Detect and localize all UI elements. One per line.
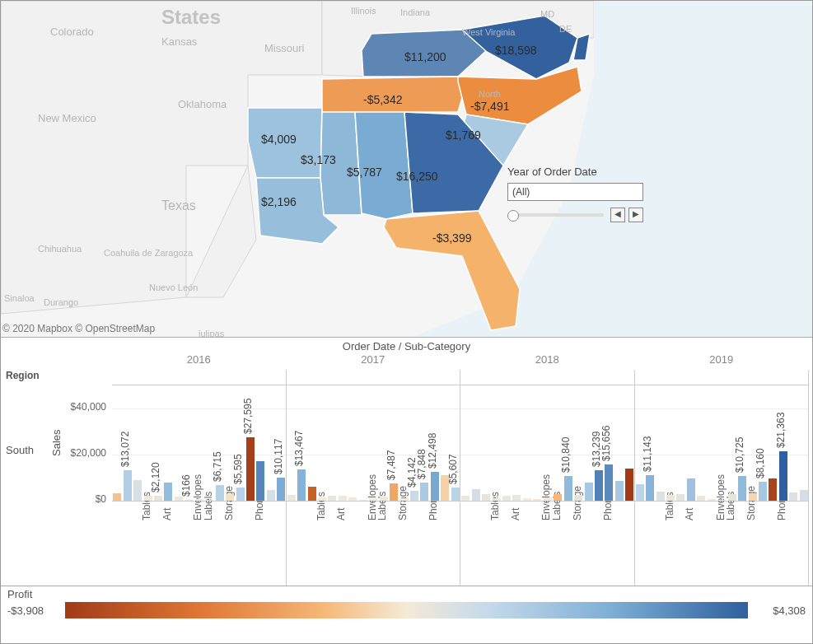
bg-state-label: DE bbox=[559, 24, 572, 34]
state-value-label: $1,769 bbox=[446, 128, 481, 142]
year-group-2016: 2016 bbox=[112, 370, 287, 586]
slider-knob[interactable] bbox=[507, 210, 519, 222]
year-group-2018: 2018 bbox=[460, 370, 635, 586]
state-value-label: -$3,399 bbox=[432, 231, 471, 245]
plot-area: $13,072Tables$2,120Art$166EnvelopesLabel… bbox=[112, 370, 809, 586]
bg-state-label: Nuevo León bbox=[149, 282, 198, 292]
year-filter-title: Year of Order Date bbox=[507, 166, 643, 178]
state-value-label: -$5,342 bbox=[363, 93, 402, 106]
year-label: 2019 bbox=[635, 353, 809, 366]
bg-state-label: Oklahoma bbox=[178, 98, 227, 110]
bg-state-label: Sinaloa bbox=[4, 293, 35, 303]
slider-track[interactable] bbox=[507, 213, 604, 217]
bg-state-label: Kansas bbox=[161, 35, 197, 48]
y-tick: $20,000 bbox=[65, 447, 106, 459]
bg-state-label: West Virginia bbox=[462, 27, 515, 37]
state-value-label: $2,196 bbox=[261, 195, 297, 208]
bg-state-label: Durango bbox=[44, 297, 78, 307]
state-value-label: $4,009 bbox=[261, 133, 297, 146]
bg-state-label: States bbox=[161, 6, 221, 29]
bg-state-label: Colorado bbox=[50, 26, 94, 38]
profit-legend: Profit -$3,908 $4,308 bbox=[1, 586, 812, 643]
state-value-label: $18,598 bbox=[495, 44, 537, 57]
legend-max: $4,308 bbox=[756, 604, 806, 617]
bg-state-label: Missouri bbox=[264, 42, 304, 54]
bg-state-label: Coahuila de Zaragoza bbox=[104, 248, 193, 258]
bg-state-label: MD bbox=[540, 9, 554, 19]
map-panel[interactable]: StatesColoradoKansasMissouriIllinoisIndi… bbox=[1, 1, 812, 338]
year-group-2017: 2017 bbox=[287, 370, 461, 586]
year-filter: Year of Order Date (All) ◀ ▶ bbox=[507, 166, 643, 222]
bg-state-label: Texas bbox=[161, 198, 196, 213]
bars-panel[interactable]: Order Date / Sub-Category Region Sales S… bbox=[1, 337, 812, 586]
bg-state-label: Indiana bbox=[400, 7, 430, 17]
state-value-label: -$7,491 bbox=[470, 100, 509, 113]
slider-prev-button[interactable]: ◀ bbox=[610, 208, 625, 222]
year-group-2019: 2019 bbox=[635, 370, 810, 586]
legend-gradient bbox=[65, 602, 748, 618]
columns-header: Order Date / Sub-Category bbox=[1, 340, 812, 352]
bg-state-label: Chihuahua bbox=[38, 244, 82, 254]
bg-state-label: Illinois bbox=[351, 6, 376, 16]
y-tick: $0 bbox=[65, 493, 106, 505]
year-label: 2018 bbox=[460, 353, 634, 366]
map-attribution: © 2020 Mapbox © OpenStreetMap bbox=[2, 323, 155, 334]
y-axis-title: Sales bbox=[50, 429, 63, 456]
year-label: 2016 bbox=[112, 353, 286, 366]
bg-state-label: New Mexico bbox=[38, 112, 96, 124]
region-south: South bbox=[6, 444, 34, 456]
legend-title: Profit bbox=[7, 588, 806, 600]
legend-min: -$3,908 bbox=[7, 604, 57, 617]
year-label: 2017 bbox=[287, 353, 460, 366]
state-value-label: $16,250 bbox=[396, 170, 438, 183]
bg-state-label: North bbox=[479, 89, 501, 99]
year-filter-slider[interactable]: ◀ ▶ bbox=[507, 208, 643, 222]
y-tick: $40,000 bbox=[65, 401, 106, 413]
state-value-label: $5,787 bbox=[347, 166, 382, 179]
row-header: Region bbox=[6, 370, 40, 381]
state-value-label: $3,173 bbox=[301, 153, 336, 166]
year-filter-select[interactable]: (All) bbox=[507, 183, 643, 201]
state-value-label: $11,200 bbox=[404, 50, 446, 63]
slider-next-button[interactable]: ▶ bbox=[628, 208, 643, 222]
